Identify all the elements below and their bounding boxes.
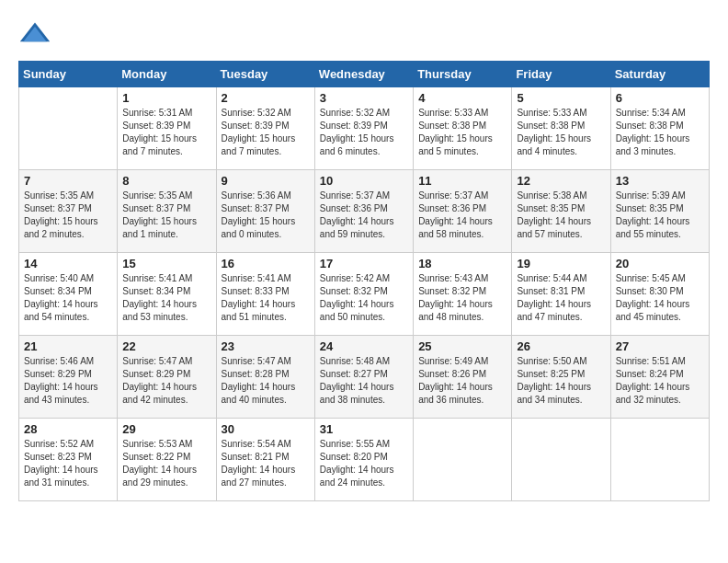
calendar-cell: 22Sunrise: 5:47 AM Sunset: 8:29 PM Dayli…	[118, 336, 216, 419]
calendar-cell: 20Sunrise: 5:45 AM Sunset: 8:30 PM Dayli…	[610, 253, 709, 336]
day-info: Sunrise: 5:46 AM Sunset: 8:29 PM Dayligh…	[24, 355, 112, 407]
calendar-cell: 16Sunrise: 5:41 AM Sunset: 8:33 PM Dayli…	[216, 253, 314, 336]
day-number: 18	[418, 257, 506, 270]
calendar-cell: 4Sunrise: 5:33 AM Sunset: 8:38 PM Daylig…	[414, 87, 512, 170]
calendar-cell: 11Sunrise: 5:37 AM Sunset: 8:36 PM Dayli…	[414, 170, 512, 253]
day-info: Sunrise: 5:47 AM Sunset: 8:29 PM Dayligh…	[122, 355, 210, 407]
calendar-cell: 9Sunrise: 5:36 AM Sunset: 8:37 PM Daylig…	[216, 170, 314, 253]
day-info: Sunrise: 5:37 AM Sunset: 8:36 PM Dayligh…	[418, 190, 506, 241]
calendar-cell	[512, 419, 610, 501]
weekday-header-tuesday: Tuesday	[216, 62, 314, 87]
day-info: Sunrise: 5:33 AM Sunset: 8:38 PM Dayligh…	[517, 107, 605, 158]
day-info: Sunrise: 5:31 AM Sunset: 8:39 PM Dayligh…	[122, 107, 210, 158]
calendar-cell: 29Sunrise: 5:53 AM Sunset: 8:22 PM Dayli…	[118, 419, 216, 501]
day-number: 17	[320, 257, 408, 270]
calendar-cell: 26Sunrise: 5:50 AM Sunset: 8:25 PM Dayli…	[512, 336, 610, 419]
day-info: Sunrise: 5:35 AM Sunset: 8:37 PM Dayligh…	[24, 190, 112, 241]
day-number: 31	[320, 422, 408, 436]
day-info: Sunrise: 5:37 AM Sunset: 8:36 PM Dayligh…	[320, 190, 408, 241]
day-number: 8	[122, 174, 210, 188]
day-info: Sunrise: 5:33 AM Sunset: 8:38 PM Dayligh…	[418, 107, 506, 158]
day-number: 19	[517, 257, 605, 270]
page-header	[18, 18, 710, 52]
day-number: 22	[122, 339, 210, 353]
day-number: 6	[616, 91, 704, 105]
day-info: Sunrise: 5:55 AM Sunset: 8:20 PM Dayligh…	[320, 438, 408, 489]
day-info: Sunrise: 5:41 AM Sunset: 8:34 PM Dayligh…	[122, 272, 210, 324]
day-number: 11	[418, 174, 506, 188]
calendar-cell: 3Sunrise: 5:32 AM Sunset: 8:39 PM Daylig…	[314, 87, 413, 170]
weekday-header-wednesday: Wednesday	[314, 62, 413, 87]
calendar-cell: 7Sunrise: 5:35 AM Sunset: 8:37 PM Daylig…	[19, 170, 118, 253]
day-number: 12	[517, 174, 605, 188]
day-info: Sunrise: 5:54 AM Sunset: 8:21 PM Dayligh…	[222, 438, 310, 489]
day-info: Sunrise: 5:53 AM Sunset: 8:22 PM Dayligh…	[122, 438, 210, 489]
calendar-cell: 1Sunrise: 5:31 AM Sunset: 8:39 PM Daylig…	[118, 87, 216, 170]
logo-icon	[18, 18, 51, 52]
day-number: 15	[122, 257, 210, 270]
calendar-week-row: 1Sunrise: 5:31 AM Sunset: 8:39 PM Daylig…	[19, 87, 710, 170]
weekday-header-sunday: Sunday	[19, 62, 118, 87]
calendar-cell: 24Sunrise: 5:48 AM Sunset: 8:27 PM Dayli…	[314, 336, 413, 419]
day-info: Sunrise: 5:34 AM Sunset: 8:38 PM Dayligh…	[616, 107, 704, 158]
calendar-week-row: 21Sunrise: 5:46 AM Sunset: 8:29 PM Dayli…	[19, 336, 710, 419]
day-number: 23	[222, 339, 310, 353]
day-number: 2	[222, 91, 310, 105]
day-info: Sunrise: 5:45 AM Sunset: 8:30 PM Dayligh…	[616, 272, 704, 324]
day-number: 28	[24, 422, 112, 436]
calendar-week-row: 7Sunrise: 5:35 AM Sunset: 8:37 PM Daylig…	[19, 170, 710, 253]
weekday-header-saturday: Saturday	[610, 62, 709, 87]
day-number: 3	[320, 91, 408, 105]
calendar-cell: 14Sunrise: 5:40 AM Sunset: 8:34 PM Dayli…	[19, 253, 118, 336]
day-info: Sunrise: 5:44 AM Sunset: 8:31 PM Dayligh…	[517, 272, 605, 324]
calendar-table: SundayMondayTuesdayWednesdayThursdayFrid…	[18, 61, 710, 501]
calendar-cell: 15Sunrise: 5:41 AM Sunset: 8:34 PM Dayli…	[118, 253, 216, 336]
day-info: Sunrise: 5:52 AM Sunset: 8:23 PM Dayligh…	[24, 438, 112, 489]
calendar-cell: 19Sunrise: 5:44 AM Sunset: 8:31 PM Dayli…	[512, 253, 610, 336]
calendar-cell: 23Sunrise: 5:47 AM Sunset: 8:28 PM Dayli…	[216, 336, 314, 419]
logo	[18, 18, 55, 52]
day-number: 5	[517, 91, 605, 105]
day-info: Sunrise: 5:32 AM Sunset: 8:39 PM Dayligh…	[320, 107, 408, 158]
day-number: 4	[418, 91, 506, 105]
weekday-header-monday: Monday	[118, 62, 216, 87]
calendar-cell: 5Sunrise: 5:33 AM Sunset: 8:38 PM Daylig…	[512, 87, 610, 170]
day-number: 21	[24, 339, 112, 353]
day-number: 14	[24, 257, 112, 270]
day-info: Sunrise: 5:35 AM Sunset: 8:37 PM Dayligh…	[122, 190, 210, 241]
calendar-cell: 30Sunrise: 5:54 AM Sunset: 8:21 PM Dayli…	[216, 419, 314, 501]
weekday-header-thursday: Thursday	[414, 62, 512, 87]
day-info: Sunrise: 5:48 AM Sunset: 8:27 PM Dayligh…	[320, 355, 408, 407]
calendar-cell: 31Sunrise: 5:55 AM Sunset: 8:20 PM Dayli…	[314, 419, 413, 501]
calendar-cell: 12Sunrise: 5:38 AM Sunset: 8:35 PM Dayli…	[512, 170, 610, 253]
day-number: 1	[122, 91, 210, 105]
day-number: 27	[616, 339, 704, 353]
day-number: 30	[222, 422, 310, 436]
calendar-cell	[610, 419, 709, 501]
day-info: Sunrise: 5:41 AM Sunset: 8:33 PM Dayligh…	[222, 272, 310, 324]
day-info: Sunrise: 5:43 AM Sunset: 8:32 PM Dayligh…	[418, 272, 506, 324]
calendar-week-row: 14Sunrise: 5:40 AM Sunset: 8:34 PM Dayli…	[19, 253, 710, 336]
calendar-cell: 18Sunrise: 5:43 AM Sunset: 8:32 PM Dayli…	[414, 253, 512, 336]
calendar-cell	[19, 87, 118, 170]
day-info: Sunrise: 5:39 AM Sunset: 8:35 PM Dayligh…	[616, 190, 704, 241]
day-number: 29	[122, 422, 210, 436]
calendar-cell: 25Sunrise: 5:49 AM Sunset: 8:26 PM Dayli…	[414, 336, 512, 419]
day-info: Sunrise: 5:49 AM Sunset: 8:26 PM Dayligh…	[418, 355, 506, 407]
day-number: 20	[616, 257, 704, 270]
calendar-cell: 6Sunrise: 5:34 AM Sunset: 8:38 PM Daylig…	[610, 87, 709, 170]
day-number: 7	[24, 174, 112, 188]
day-number: 24	[320, 339, 408, 353]
day-number: 10	[320, 174, 408, 188]
day-info: Sunrise: 5:40 AM Sunset: 8:34 PM Dayligh…	[24, 272, 112, 324]
day-number: 25	[418, 339, 506, 353]
day-info: Sunrise: 5:32 AM Sunset: 8:39 PM Dayligh…	[222, 107, 310, 158]
calendar-cell: 17Sunrise: 5:42 AM Sunset: 8:32 PM Dayli…	[314, 253, 413, 336]
day-info: Sunrise: 5:36 AM Sunset: 8:37 PM Dayligh…	[222, 190, 310, 241]
calendar-cell: 8Sunrise: 5:35 AM Sunset: 8:37 PM Daylig…	[118, 170, 216, 253]
day-number: 9	[222, 174, 310, 188]
day-number: 13	[616, 174, 704, 188]
weekday-header-friday: Friday	[512, 62, 610, 87]
weekday-header-row: SundayMondayTuesdayWednesdayThursdayFrid…	[19, 62, 710, 87]
calendar-cell: 13Sunrise: 5:39 AM Sunset: 8:35 PM Dayli…	[610, 170, 709, 253]
